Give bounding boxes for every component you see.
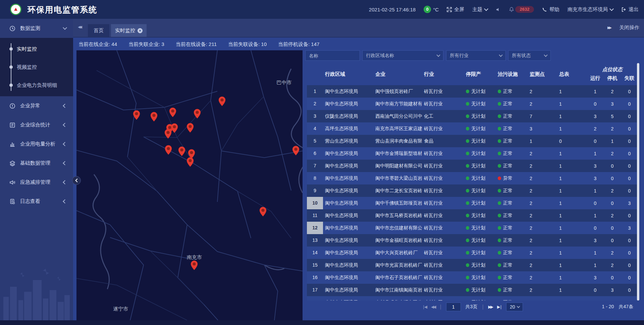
map-pin[interactable] bbox=[178, 146, 185, 156]
table-row[interactable]: 7 阆中生态环境局 阆中明阳建材有限公司 砖瓦行业 无计划 正常 2 1 3 0… bbox=[307, 160, 638, 172]
table-row[interactable]: 2 阆中生态环境局 阆中市南方节能建材有 砖瓦行业 无计划 正常 2 1 0 3… bbox=[307, 98, 638, 110]
status-dot-icon bbox=[498, 214, 501, 217]
cell-meter-count: 1 bbox=[557, 101, 587, 107]
table-row[interactable]: 13 阆中生态环境局 阆中市金福旺页岩机砖 砖瓦行业 无计划 正常 2 1 3 … bbox=[307, 234, 638, 247]
sidebar-item-log-view[interactable]: 日志查看 bbox=[0, 192, 73, 211]
cell-halt-count: 0 bbox=[604, 163, 621, 169]
status-dot-icon bbox=[466, 201, 469, 205]
status-dot-icon bbox=[498, 251, 501, 255]
next-page-button[interactable] bbox=[488, 305, 492, 309]
sidebar-item-power-load-detail[interactable]: 企业电力负荷明细 bbox=[0, 76, 73, 94]
table-scrollbar[interactable] bbox=[637, 63, 639, 301]
table-row[interactable]: 6 阆中生态环境局 阆中市金博瑞新型墙材 砖瓦行业 无计划 正常 2 1 1 2… bbox=[307, 147, 638, 160]
logout-button[interactable]: 退出 bbox=[621, 6, 639, 13]
sidebar-item-enterprise-abnormal[interactable]: 企业异常 bbox=[0, 96, 73, 115]
map-pin[interactable] bbox=[194, 109, 201, 119]
sidebar-item-base-data[interactable]: 基础数据管理 bbox=[0, 154, 73, 173]
industry-filter-select[interactable]: 所有行业 bbox=[446, 50, 506, 61]
status-filter-select[interactable]: 所有状态 bbox=[508, 50, 551, 61]
top-header: 环保用电监管系统 2021-02-25 17:46:18 0 °C 全屏 主题 bbox=[0, 0, 644, 19]
name-filter-input[interactable] bbox=[305, 50, 360, 61]
cell-run-count: 2 bbox=[587, 126, 604, 131]
map-pin[interactable] bbox=[150, 112, 158, 122]
pagination-summary: 1 - 20 共47条 bbox=[602, 304, 633, 310]
map-pin[interactable] bbox=[259, 207, 267, 217]
collapse-map-button[interactable] bbox=[72, 176, 81, 185]
table-row[interactable]: 17 阆中生态环境局 阆中市江南镇阆南页岩 砖瓦行业 无计划 正常 2 1 0 … bbox=[307, 284, 638, 296]
table-row[interactable]: 3 仪陇生态环境局 西南油气田分公司川中 化工 无计划 正常 7 1 3 5 0 bbox=[307, 110, 638, 122]
cell-stop-status: 无计划 bbox=[464, 188, 496, 194]
cell-stop-status: 无计划 bbox=[464, 89, 496, 95]
table-row[interactable]: 18 南部生态环境局 南部县砚华水泥有限公 建材加工 无计划 正常 6 0 0 … bbox=[307, 296, 638, 301]
sidebar-item-emergency-reduction[interactable]: 应急减排管理 bbox=[0, 173, 73, 192]
status-dot-icon bbox=[466, 288, 469, 292]
map-pin[interactable] bbox=[164, 129, 172, 139]
notifications-button[interactable]: 2632 bbox=[509, 6, 534, 13]
first-page-button[interactable] bbox=[422, 305, 426, 309]
sidebar-item-realtime-monitoring[interactable]: 实时监控 bbox=[0, 40, 73, 58]
status-dot-icon bbox=[466, 90, 469, 93]
tabs-scroll-right-icon[interactable] bbox=[607, 25, 610, 30]
page-number-input[interactable] bbox=[446, 303, 461, 311]
announcement-mute-button[interactable] bbox=[496, 7, 501, 12]
cell-monitor-count: 2 bbox=[528, 201, 557, 206]
chevron-left-icon bbox=[63, 142, 67, 146]
table-row[interactable]: 16 阆中生态环境局 阆中市石子页岩机砖厂 砖瓦行业 无计划 正常 2 1 3 … bbox=[307, 271, 638, 284]
map-pin[interactable] bbox=[165, 145, 172, 155]
tab-home[interactable]: 首页 bbox=[88, 24, 109, 37]
table-row[interactable]: 4 高坪生态环境局 南充市高坪区王家店建 砖瓦行业 无计划 正常 3 1 2 2… bbox=[307, 122, 638, 135]
table-row[interactable]: 8 阆中生态环境局 阆中市枣碧大梁山页岩 砖瓦行业 无计划 异常 2 1 3 0… bbox=[307, 172, 638, 184]
tab-realtime-monitoring[interactable]: 实时监控 bbox=[111, 24, 147, 37]
table-row[interactable]: 1 阆中生态环境局 阆中强锐页岩砖厂 砖瓦行业 无计划 正常 2 1 1 2 0 bbox=[307, 85, 638, 98]
cell-stop-status: 无计划 bbox=[464, 151, 496, 157]
chevron-down-icon bbox=[436, 53, 440, 57]
stats-icon bbox=[9, 122, 15, 128]
map-pin[interactable] bbox=[186, 123, 194, 133]
sidebar-item-video-monitoring[interactable]: 视频监控 bbox=[0, 58, 73, 76]
map-panel[interactable]: 巴中市 南充市 遂宁市 bbox=[76, 50, 303, 320]
close-tab-icon[interactable] bbox=[138, 28, 143, 33]
page-size-select[interactable]: 20 bbox=[506, 303, 523, 311]
table-row[interactable]: 9 阆中生态环境局 阆中市二龙长宝页岩砖 砖瓦行业 无计划 正常 2 1 1 2… bbox=[307, 184, 638, 197]
cell-index: 9 bbox=[307, 184, 323, 197]
last-page-button[interactable] bbox=[497, 305, 501, 309]
cell-facility-status: 正常 bbox=[496, 250, 528, 256]
map-pin[interactable] bbox=[186, 157, 194, 167]
sidebar-item-enterprise-statistics[interactable]: 企业综合统计 bbox=[0, 115, 73, 134]
status-dot-icon bbox=[466, 176, 469, 180]
theme-dropdown[interactable]: 主题 bbox=[472, 6, 488, 13]
table-row[interactable]: 12 阆中生态环境局 阆中市忠信建材有限公 砖瓦行业 无计划 正常 2 1 0 … bbox=[307, 222, 638, 234]
sidebar-item-data-monitoring[interactable]: 数据监测 bbox=[0, 19, 73, 38]
cell-meter-count: 1 bbox=[557, 114, 587, 119]
table-row[interactable]: 14 阆中生态环境局 阆中大兴页岩机砖厂 砖瓦行业 无计划 正常 2 1 1 2… bbox=[307, 247, 638, 259]
fullscreen-button[interactable]: 全屏 bbox=[447, 6, 464, 13]
region-filter-select[interactable]: 行政区域名称 bbox=[362, 50, 443, 61]
cell-index: 12 bbox=[307, 222, 323, 234]
map-pin[interactable] bbox=[171, 123, 178, 133]
prev-page-button[interactable] bbox=[431, 305, 435, 309]
cell-region: 营山生态环境局 bbox=[323, 138, 373, 144]
map-pin[interactable] bbox=[169, 107, 176, 117]
table-row[interactable]: 11 阆中生态环境局 阆中市五马桥页岩机砖 砖瓦行业 无计划 正常 2 1 1 … bbox=[307, 209, 638, 222]
temperature-value: 0 bbox=[424, 6, 431, 13]
cell-facility-status: 正常 bbox=[496, 138, 528, 144]
map-pin[interactable] bbox=[218, 96, 226, 106]
table-row[interactable]: 10 阆中生态环境局 阆中千佛镇五郎垭页岩 砖瓦行业 无计划 正常 2 1 0 … bbox=[307, 197, 638, 209]
tabs-scroll-left-icon[interactable] bbox=[78, 25, 81, 29]
cell-run-count: 0 bbox=[587, 139, 604, 144]
cell-index: 11 bbox=[307, 209, 323, 222]
organization-dropdown[interactable]: 南充市生态环境局 bbox=[568, 6, 613, 13]
cell-halt-count: 2 bbox=[604, 151, 621, 156]
cell-region: 阆中生态环境局 bbox=[323, 237, 373, 243]
help-button[interactable]: 帮助 bbox=[542, 6, 559, 13]
cell-run-count: 3 bbox=[587, 275, 604, 280]
table-row[interactable]: 15 阆中生态环境局 阆中市光富页岩机砖厂 砖瓦行业 无计划 正常 2 1 1 … bbox=[307, 259, 638, 271]
map-pin[interactable] bbox=[133, 110, 140, 120]
cell-lost-count: 0 bbox=[621, 163, 638, 169]
map-pin[interactable] bbox=[292, 146, 300, 156]
table-row[interactable]: 5 营山生态环境局 营山县润丰肉食品有限 食品 无计划 正常 1 0 0 1 0 bbox=[307, 135, 638, 147]
sidebar-item-power-analysis[interactable]: 企业用电量分析 bbox=[0, 134, 73, 154]
megaphone-icon bbox=[9, 179, 15, 185]
close-operations-button[interactable]: 关闭操作 bbox=[619, 24, 639, 31]
map-pin[interactable] bbox=[191, 260, 198, 270]
